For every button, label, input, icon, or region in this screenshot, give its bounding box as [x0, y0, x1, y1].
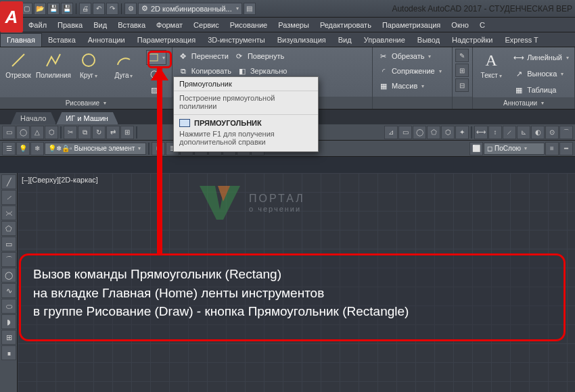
layer-props-icon[interactable]: ☰	[2, 142, 16, 155]
tool-fillet[interactable]: ◜Сопряжение	[375, 64, 444, 78]
tooltip-rect-icon	[179, 119, 190, 127]
lp-spl-icon[interactable]: ∿	[1, 283, 16, 298]
menu-draw[interactable]: Рисование	[225, 18, 273, 32]
qat-gear-icon[interactable]: ⚙	[124, 3, 137, 15]
tb2-icon[interactable]: ≡	[545, 142, 559, 155]
tab-annotate[interactable]: Аннотации	[82, 34, 131, 47]
tab-express[interactable]: Express T	[499, 34, 544, 47]
tool-circle[interactable]: Круг	[73, 49, 104, 79]
tool-polyline[interactable]: Полилиния	[38, 49, 69, 79]
menu-param[interactable]: Параметризация	[377, 18, 446, 32]
tb1-icon[interactable]: ⬡	[441, 126, 455, 139]
workspace-combo[interactable]: ⚙2D комбинированный...	[138, 3, 242, 15]
tool-arc[interactable]: Дуга	[108, 49, 139, 79]
tab-visual[interactable]: Визуализация	[271, 34, 332, 47]
tab-addins[interactable]: Надстройки	[446, 34, 499, 47]
lp-pnt-icon[interactable]: ∎	[1, 345, 16, 360]
tb1-icon[interactable]: ⧉	[78, 126, 91, 139]
lp-circ-icon[interactable]: ◯	[1, 268, 16, 283]
tb1-icon[interactable]: ⊞	[120, 126, 134, 139]
tb1-icon[interactable]: ◯	[16, 126, 30, 139]
tab-param[interactable]: Параметризация	[131, 34, 202, 47]
tool-leader[interactable]: ↗Выноска	[511, 66, 572, 81]
lp-pline-icon[interactable]: ⩙	[1, 205, 16, 220]
tb1-icon[interactable]: ↻	[92, 126, 106, 139]
doctab-current[interactable]: ИГ и Машин	[56, 112, 118, 124]
qat-open-icon[interactable]: 📂	[34, 3, 46, 15]
bulb-icon[interactable]: 💡	[16, 142, 30, 155]
viewport-label[interactable]: [–][Сверху][2D-каркас]	[22, 176, 98, 184]
menu-format[interactable]: Формат	[151, 18, 188, 32]
freeze-icon[interactable]: ❄	[30, 142, 44, 155]
doctab-start[interactable]: Начало	[11, 112, 56, 124]
lp-ella-icon[interactable]: ◗	[1, 314, 16, 329]
tool-text[interactable]: A Текст	[476, 49, 507, 79]
tab-insert[interactable]: Вставка	[42, 34, 82, 47]
qat-share-icon[interactable]: ▤	[244, 3, 256, 15]
tb1-icon[interactable]: ▭	[2, 126, 16, 139]
tb1-icon[interactable]: ✂	[64, 126, 77, 139]
tb1-icon[interactable]: ⇄	[106, 126, 120, 139]
tb1-icon[interactable]: ↕	[488, 126, 502, 139]
tb1-icon[interactable]: ⬡	[45, 126, 58, 139]
tab-3d[interactable]: 3D-инструменты	[202, 34, 271, 47]
menu-file[interactable]: Файл	[23, 18, 52, 32]
tool-trim[interactable]: ✂Обрезать	[375, 49, 434, 64]
tool-move[interactable]: ✥Перенести	[175, 49, 231, 64]
panel-draw-title[interactable]: Рисование	[0, 97, 172, 109]
menu-tools[interactable]: Сервис	[188, 18, 225, 32]
menu-edit[interactable]: Правка	[52, 18, 88, 32]
menu-help[interactable]: С	[474, 18, 490, 32]
tool-hatch[interactable]: ▨	[146, 82, 166, 97]
tb1-icon[interactable]: ◐	[531, 126, 545, 139]
lp-ins-icon[interactable]: ⊞	[1, 330, 16, 345]
extra-icon-1[interactable]: ✎	[455, 49, 469, 62]
tb1-icon[interactable]: ⌒	[559, 126, 573, 139]
lp-line-icon[interactable]: ╱	[1, 174, 16, 189]
color-bylayer-combo[interactable]: ◻ ПоСлою	[484, 143, 545, 155]
tb1-icon[interactable]: ⊾	[517, 126, 530, 139]
tb1-icon[interactable]: ⬠	[427, 126, 440, 139]
lp-poly-icon[interactable]: ⬠	[1, 221, 16, 236]
qat-saveas-icon[interactable]: 💾	[61, 3, 73, 15]
tb2-icon[interactable]: ⬜	[469, 142, 483, 155]
tab-view[interactable]: Вид	[332, 34, 358, 47]
tb1-icon[interactable]: ▭	[398, 126, 412, 139]
menu-dim[interactable]: Размеры	[273, 18, 315, 32]
tb1-icon[interactable]: ⊿	[384, 126, 398, 139]
app-menu-button[interactable]: A	[0, 1, 23, 32]
tb1-icon[interactable]: ◯	[413, 126, 426, 139]
panel-annot-title[interactable]: Аннотации	[473, 97, 574, 109]
tb2-icon[interactable]: ━	[559, 142, 573, 155]
tb1-icon[interactable]: ⟋	[503, 126, 516, 139]
lp-arc-icon[interactable]: ⌒	[1, 252, 16, 267]
tool-dim-linear[interactable]: ⟷Линейный	[511, 50, 572, 65]
tb1-icon[interactable]: ⊙	[545, 126, 559, 139]
tb1-icon[interactable]: ✦	[455, 126, 469, 139]
menu-insert[interactable]: Вставка	[112, 18, 151, 32]
tool-rotate[interactable]: ⟳Повернуть	[231, 49, 287, 64]
tab-manage[interactable]: Управление	[358, 34, 411, 47]
menu-view[interactable]: Вид	[88, 18, 112, 32]
tb1-icon[interactable]: ⟷	[474, 126, 488, 139]
qat-save-icon[interactable]: 💾	[47, 3, 60, 15]
tab-output[interactable]: Вывод	[411, 34, 446, 47]
tooltip-header: Прямоугольник	[174, 77, 318, 91]
menu-modify[interactable]: Редактировать	[315, 18, 377, 32]
tool-array[interactable]: ▦Массив	[375, 78, 427, 93]
tab-home[interactable]: Главная	[0, 33, 42, 47]
tb1-icon[interactable]: △	[30, 126, 44, 139]
qat-plot-icon[interactable]: 🖨	[79, 3, 91, 15]
tool-line[interactable]: Отрезок	[3, 49, 34, 79]
extra-icon-2[interactable]: ⊞	[455, 64, 469, 77]
extra-icon-3[interactable]: ⊟	[455, 78, 469, 92]
layer-combo[interactable]: 💡❄🔒▫ Выносные элемент	[45, 143, 146, 155]
lp-xline-icon[interactable]: ⟋	[1, 190, 16, 205]
lp-rect-icon[interactable]: ▭	[1, 237, 16, 251]
leader-icon: ↗	[513, 68, 524, 79]
menu-window[interactable]: Окно	[446, 18, 474, 32]
qat-undo-icon[interactable]: ↶	[93, 3, 105, 15]
qat-redo-icon[interactable]: ↷	[106, 3, 118, 15]
tool-table[interactable]: ▦Таблица	[511, 82, 572, 97]
lp-ell-icon[interactable]: ⬭	[1, 299, 16, 314]
